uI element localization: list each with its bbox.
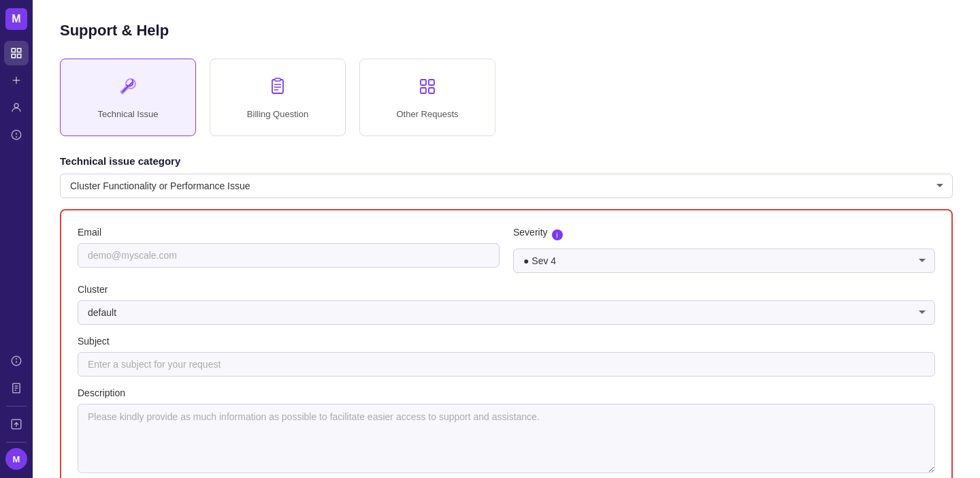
category-card-other[interactable]: Other Requests (359, 59, 495, 136)
sidebar-bottom: M (4, 349, 29, 470)
page-title: Support & Help (60, 22, 953, 39)
svg-rect-3 (12, 54, 15, 58)
subject-input[interactable] (78, 352, 935, 377)
svg-rect-1 (18, 48, 21, 52)
svg-rect-0 (12, 48, 15, 52)
category-section-label: Technical issue category (60, 155, 953, 167)
email-label: Email (78, 227, 500, 238)
sidebar-divider (6, 406, 27, 407)
sidebar-item-dashboard[interactable] (4, 41, 29, 65)
svg-rect-21 (275, 78, 280, 81)
category-card-billing[interactable]: Billing Question (210, 59, 346, 136)
description-label: Description (78, 387, 935, 398)
svg-point-9 (16, 137, 17, 138)
severity-label: Severity (513, 227, 548, 238)
category-label-billing: Billing Question (247, 109, 308, 119)
subject-row: Subject (78, 336, 935, 377)
svg-point-6 (14, 103, 18, 108)
category-label-other: Other Requests (396, 109, 458, 119)
svg-rect-27 (421, 88, 426, 93)
cluster-row: Cluster default (78, 284, 935, 325)
grid-icon (416, 76, 438, 102)
email-severity-row: Email Severity i ● Sev 4 ● Sev 3 ● Sev 2… (78, 227, 935, 273)
svg-point-12 (16, 359, 17, 360)
sidebar-avatar[interactable]: M (5, 448, 27, 470)
email-col: Email (78, 227, 500, 273)
category-select[interactable]: Cluster Functionality or Performance Iss… (60, 174, 953, 198)
severity-col: Severity i ● Sev 4 ● Sev 3 ● Sev 2 ● Sev… (513, 227, 935, 273)
cluster-label: Cluster (78, 284, 935, 295)
category-card-technical[interactable]: Technical Issue (60, 59, 196, 136)
sidebar-logo: M (5, 8, 27, 30)
sidebar-divider-2 (6, 442, 27, 443)
sidebar-item-tools[interactable] (4, 68, 29, 93)
category-cards: Technical Issue Billing Question (60, 59, 953, 136)
subject-label: Subject (78, 336, 935, 347)
sidebar: M (0, 0, 33, 478)
wrench-icon (117, 76, 139, 102)
svg-rect-28 (429, 88, 434, 93)
sidebar-item-alerts[interactable] (4, 123, 29, 147)
sidebar-item-upload[interactable] (4, 412, 29, 436)
severity-label-row: Severity i (513, 227, 935, 243)
description-row: Description (78, 387, 935, 476)
clipboard-icon (267, 76, 289, 102)
description-textarea[interactable] (78, 404, 935, 473)
cluster-select[interactable]: default (78, 300, 935, 325)
support-form: Email Severity i ● Sev 4 ● Sev 3 ● Sev 2… (60, 209, 953, 478)
severity-info-icon[interactable]: i (552, 229, 563, 240)
sidebar-item-docs[interactable] (4, 376, 29, 400)
svg-rect-20 (272, 80, 283, 93)
sidebar-item-info[interactable] (4, 349, 29, 373)
category-label-technical: Technical Issue (98, 109, 159, 119)
sidebar-item-person[interactable] (4, 95, 29, 120)
svg-rect-2 (18, 54, 21, 58)
svg-rect-25 (421, 80, 426, 85)
main-content: Support & Help Technical Issue (33, 0, 980, 478)
svg-rect-26 (429, 80, 434, 85)
severity-select[interactable]: ● Sev 4 ● Sev 3 ● Sev 2 ● Sev 1 (513, 249, 935, 273)
email-input[interactable] (78, 243, 500, 268)
